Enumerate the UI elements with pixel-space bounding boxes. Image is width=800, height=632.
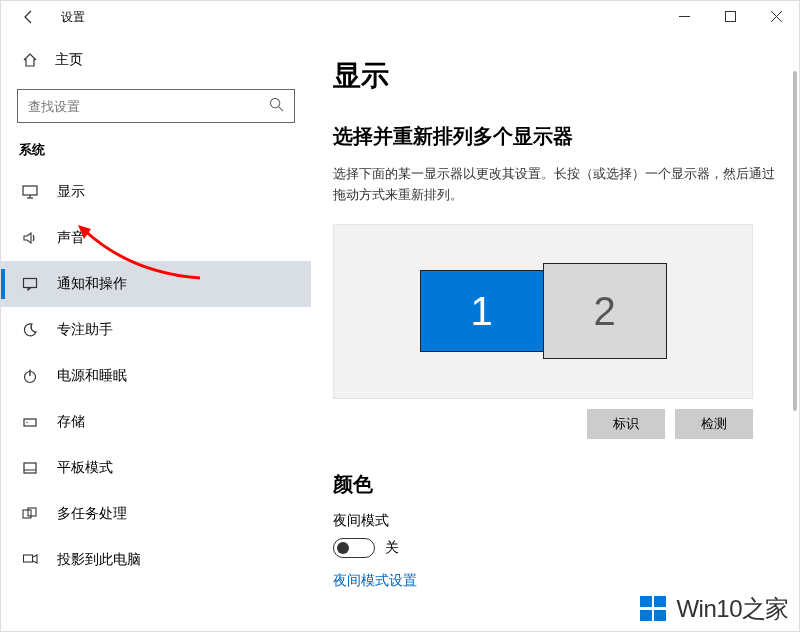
sidebar-item-sound[interactable]: 声音 [1,215,311,261]
monitor-1[interactable]: 1 [420,270,544,352]
night-light-toggle[interactable] [333,538,375,558]
sidebar-item-label: 通知和操作 [57,275,127,293]
sidebar-item-power[interactable]: 电源和睡眠 [1,353,311,399]
color-heading: 颜色 [333,471,777,498]
sidebar-item-label: 平板模式 [57,459,113,477]
home-icon [21,52,39,68]
moon-icon [21,322,39,338]
svg-rect-12 [24,419,36,426]
monitor-arrangement-box[interactable]: 1 2 [333,224,753,399]
svg-rect-16 [23,510,31,518]
home-button[interactable]: 主页 [1,41,311,79]
category-header: 系统 [1,141,311,169]
svg-rect-6 [23,186,37,195]
svg-line-5 [279,106,283,110]
sidebar-item-label: 声音 [57,229,85,247]
monitor-2[interactable]: 2 [543,263,667,359]
sound-icon [21,230,39,246]
project-icon [21,552,39,568]
svg-rect-17 [28,508,36,516]
power-icon [21,368,39,384]
sidebar-item-label: 投影到此电脑 [57,551,141,569]
sidebar-item-label: 电源和睡眠 [57,367,127,385]
scrollbar[interactable] [793,71,797,411]
storage-icon [21,414,39,430]
search-icon [269,97,284,116]
sidebar: 主页 系统 显示声音通知和操作专注助手电源和睡眠存储平板模式多任务处理投影到此电… [1,33,311,631]
svg-rect-18 [24,555,33,562]
svg-point-4 [270,98,279,107]
night-light-settings-link[interactable]: 夜间模式设置 [333,572,777,590]
sidebar-item-storage[interactable]: 存储 [1,399,311,445]
svg-rect-1 [725,11,735,21]
multitask-icon [21,506,39,522]
window-title: 设置 [61,9,85,26]
monitor-icon [21,184,39,200]
maximize-button[interactable] [707,1,753,31]
search-input[interactable] [17,89,295,123]
home-label: 主页 [55,51,83,69]
back-button[interactable] [19,7,39,27]
svg-rect-14 [24,463,36,473]
detect-button[interactable]: 检测 [675,409,753,439]
sidebar-item-comment[interactable]: 通知和操作 [1,261,311,307]
main-content: 显示 选择并重新排列多个显示器 选择下面的某一显示器以更改其设置。长按（或选择）… [311,33,799,631]
sidebar-item-tablet[interactable]: 平板模式 [1,445,311,491]
close-button[interactable] [753,1,799,31]
sidebar-item-project[interactable]: 投影到此电脑 [1,537,311,583]
sidebar-item-monitor[interactable]: 显示 [1,169,311,215]
identify-button[interactable]: 标识 [587,409,665,439]
tablet-icon [21,460,39,476]
page-title: 显示 [333,57,777,95]
minimize-button[interactable] [661,1,707,31]
sidebar-item-label: 专注助手 [57,321,113,339]
comment-icon [21,276,39,292]
sidebar-item-multitask[interactable]: 多任务处理 [1,491,311,537]
svg-rect-9 [24,279,37,288]
sidebar-item-label: 显示 [57,183,85,201]
night-light-label: 夜间模式 [333,512,777,530]
arrange-description: 选择下面的某一显示器以更改其设置。长按（或选择）一个显示器，然后通过拖动方式来重… [333,164,777,206]
sidebar-item-label: 存储 [57,413,85,431]
svg-point-13 [26,422,27,423]
arrange-heading: 选择并重新排列多个显示器 [333,123,777,150]
sidebar-item-moon[interactable]: 专注助手 [1,307,311,353]
night-light-state: 关 [385,539,399,557]
sidebar-item-label: 多任务处理 [57,505,127,523]
